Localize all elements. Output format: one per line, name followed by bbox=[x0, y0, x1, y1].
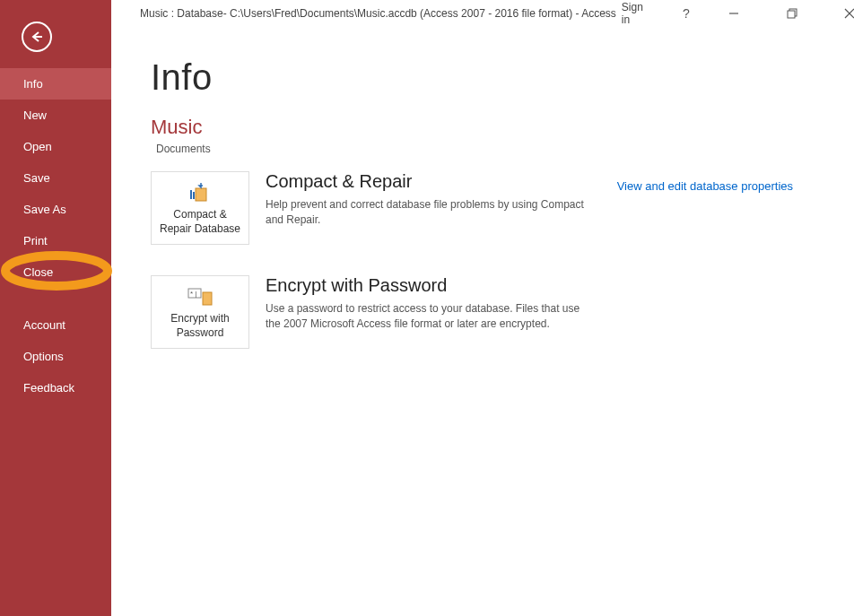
encrypt-heading: Encrypt with Password bbox=[266, 275, 597, 296]
nav-new[interactable]: New bbox=[0, 100, 111, 131]
annotation-ellipse bbox=[0, 250, 117, 291]
encrypt-section: * | Encrypt with Password Encrypt with P… bbox=[151, 275, 832, 349]
nav-print[interactable]: Print bbox=[0, 225, 111, 256]
encrypt-icon: * | bbox=[186, 285, 214, 307]
compact-heading: Compact & Repair bbox=[266, 171, 597, 192]
svg-rect-9 bbox=[193, 192, 195, 199]
compact-desc: Help prevent and correct database file p… bbox=[266, 197, 597, 228]
encrypt-button-label: Encrypt with Password bbox=[157, 312, 243, 340]
nav-save-as[interactable]: Save As bbox=[0, 194, 111, 225]
nav-close-label: Close bbox=[23, 265, 53, 279]
nav-feedback[interactable]: Feedback bbox=[0, 372, 111, 403]
svg-rect-8 bbox=[190, 190, 192, 199]
database-name: Music bbox=[151, 116, 832, 139]
nav-account[interactable]: Account bbox=[0, 309, 111, 341]
back-arrow-icon bbox=[30, 30, 44, 44]
compact-repair-icon bbox=[186, 181, 214, 203]
compact-repair-button-label: Compact & Repair Database bbox=[157, 208, 243, 236]
nav-info[interactable]: Info bbox=[0, 68, 111, 100]
encrypt-desc: Use a password to restrict access to you… bbox=[266, 301, 597, 332]
backstage-sidebar: Info New Open Save Save As Print Close A… bbox=[0, 0, 111, 616]
svg-rect-7 bbox=[196, 188, 206, 201]
nav-options[interactable]: Options bbox=[0, 341, 111, 372]
backstage-nav: Info New Open Save Save As Print Close A… bbox=[0, 68, 111, 403]
compact-repair-button[interactable]: Compact & Repair Database bbox=[151, 171, 249, 245]
back-button[interactable] bbox=[22, 22, 52, 52]
svg-text:* |: * | bbox=[190, 290, 196, 298]
page-title: Info bbox=[151, 57, 832, 98]
nav-save[interactable]: Save bbox=[0, 162, 111, 194]
database-path: Documents bbox=[151, 143, 832, 155]
nav-open[interactable]: Open bbox=[0, 131, 111, 162]
svg-point-6 bbox=[5, 256, 108, 286]
view-properties-link[interactable]: View and edit database properties bbox=[617, 179, 793, 193]
encrypt-button[interactable]: * | Encrypt with Password bbox=[151, 275, 249, 349]
app-window: Music : Database- C:\Users\Fred\Document… bbox=[0, 0, 854, 616]
nav-close[interactable]: Close bbox=[0, 256, 111, 288]
svg-rect-12 bbox=[203, 292, 212, 305]
main-content: Info Music Documents View and edit datab… bbox=[111, 0, 854, 616]
